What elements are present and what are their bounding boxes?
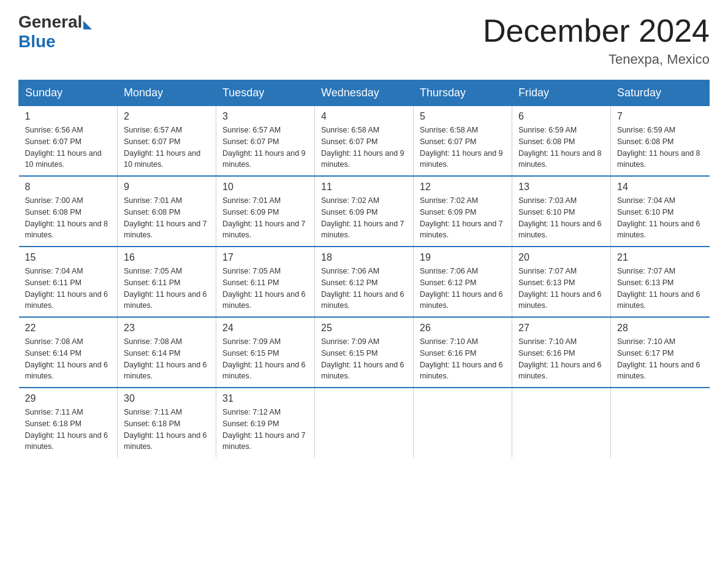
day-info: Sunrise: 7:04 AMSunset: 6:11 PMDaylight:…: [25, 267, 108, 310]
day-info: Sunrise: 7:09 AMSunset: 6:15 PMDaylight:…: [222, 337, 306, 380]
day-number: 4: [321, 111, 407, 122]
calendar-day-cell: [512, 388, 611, 458]
day-number: 17: [222, 252, 308, 263]
day-number: 12: [420, 182, 506, 193]
calendar-day-cell: 6 Sunrise: 6:59 AMSunset: 6:08 PMDayligh…: [512, 106, 611, 177]
calendar-day-cell: 23 Sunrise: 7:08 AMSunset: 6:14 PMDaylig…: [118, 317, 216, 388]
day-number: 11: [321, 182, 407, 193]
calendar-day-cell: 16 Sunrise: 7:05 AMSunset: 6:11 PMDaylig…: [118, 247, 216, 317]
day-info: Sunrise: 7:07 AMSunset: 6:13 PMDaylight:…: [518, 267, 602, 310]
calendar-day-cell: 24 Sunrise: 7:09 AMSunset: 6:15 PMDaylig…: [216, 317, 315, 388]
day-number: 7: [617, 111, 703, 122]
day-info: Sunrise: 6:57 AMSunset: 6:07 PMDaylight:…: [124, 126, 200, 169]
day-info: Sunrise: 7:12 AMSunset: 6:19 PMDaylight:…: [222, 408, 306, 451]
day-number: 21: [617, 252, 703, 263]
calendar-table: Sunday Monday Tuesday Wednesday Thursday…: [18, 80, 710, 458]
header-thursday: Thursday: [414, 80, 512, 106]
day-number: 24: [222, 323, 308, 334]
day-info: Sunrise: 7:09 AMSunset: 6:15 PMDaylight:…: [321, 337, 404, 380]
calendar-day-cell: 2 Sunrise: 6:57 AMSunset: 6:07 PMDayligh…: [118, 106, 216, 177]
calendar-day-cell: 25 Sunrise: 7:09 AMSunset: 6:15 PMDaylig…: [315, 317, 414, 388]
title-section: December 2024 Tenexpa, Mexico: [483, 12, 710, 67]
header-friday: Friday: [512, 80, 611, 106]
calendar-day-cell: 18 Sunrise: 7:06 AMSunset: 6:12 PMDaylig…: [315, 247, 414, 317]
header-tuesday: Tuesday: [216, 80, 315, 106]
calendar-day-cell: 1 Sunrise: 6:56 AMSunset: 6:07 PMDayligh…: [19, 106, 118, 177]
header-saturday: Saturday: [611, 80, 710, 106]
day-number: 30: [124, 393, 210, 404]
calendar-week-row: 1 Sunrise: 6:56 AMSunset: 6:07 PMDayligh…: [19, 106, 710, 177]
day-number: 16: [124, 252, 210, 263]
day-number: 9: [124, 182, 210, 193]
day-number: 10: [222, 182, 308, 193]
day-number: 8: [25, 182, 112, 193]
day-number: 27: [518, 323, 604, 334]
calendar-day-cell: 8 Sunrise: 7:00 AMSunset: 6:08 PMDayligh…: [19, 176, 118, 247]
day-number: 13: [518, 182, 604, 193]
day-info: Sunrise: 7:07 AMSunset: 6:13 PMDaylight:…: [617, 267, 700, 310]
day-number: 1: [25, 111, 112, 122]
page-header: General Blue December 2024 Tenexpa, Mexi…: [18, 12, 710, 67]
day-info: Sunrise: 7:11 AMSunset: 6:18 PMDaylight:…: [124, 408, 207, 451]
day-info: Sunrise: 7:02 AMSunset: 6:09 PMDaylight:…: [420, 196, 503, 239]
calendar-day-cell: [611, 388, 710, 458]
calendar-day-cell: 22 Sunrise: 7:08 AMSunset: 6:14 PMDaylig…: [19, 317, 118, 388]
day-info: Sunrise: 7:05 AMSunset: 6:11 PMDaylight:…: [124, 267, 207, 310]
day-number: 28: [617, 323, 703, 334]
logo: General Blue: [18, 12, 93, 52]
calendar-day-cell: 7 Sunrise: 6:59 AMSunset: 6:08 PMDayligh…: [611, 106, 710, 177]
header-monday: Monday: [118, 80, 216, 106]
day-info: Sunrise: 7:04 AMSunset: 6:10 PMDaylight:…: [617, 196, 700, 239]
calendar-day-cell: 15 Sunrise: 7:04 AMSunset: 6:11 PMDaylig…: [19, 247, 118, 317]
day-info: Sunrise: 7:00 AMSunset: 6:08 PMDaylight:…: [25, 196, 108, 239]
calendar-day-cell: 17 Sunrise: 7:05 AMSunset: 6:11 PMDaylig…: [216, 247, 315, 317]
calendar-day-cell: 19 Sunrise: 7:06 AMSunset: 6:12 PMDaylig…: [414, 247, 512, 317]
location-subtitle: Tenexpa, Mexico: [483, 52, 710, 67]
calendar-day-cell: 11 Sunrise: 7:02 AMSunset: 6:09 PMDaylig…: [315, 176, 414, 247]
day-info: Sunrise: 7:10 AMSunset: 6:16 PMDaylight:…: [518, 337, 602, 380]
day-info: Sunrise: 7:06 AMSunset: 6:12 PMDaylight:…: [420, 267, 503, 310]
day-info: Sunrise: 7:10 AMSunset: 6:17 PMDaylight:…: [617, 337, 700, 380]
day-number: 26: [420, 323, 506, 334]
calendar-day-cell: 9 Sunrise: 7:01 AMSunset: 6:08 PMDayligh…: [118, 176, 216, 247]
day-info: Sunrise: 7:10 AMSunset: 6:16 PMDaylight:…: [420, 337, 503, 380]
day-number: 19: [420, 252, 506, 263]
day-info: Sunrise: 7:05 AMSunset: 6:11 PMDaylight:…: [222, 267, 306, 310]
calendar-day-cell: [414, 388, 512, 458]
header-wednesday: Wednesday: [315, 80, 414, 106]
day-info: Sunrise: 7:08 AMSunset: 6:14 PMDaylight:…: [25, 337, 108, 380]
day-info: Sunrise: 7:06 AMSunset: 6:12 PMDaylight:…: [321, 267, 404, 310]
day-info: Sunrise: 6:58 AMSunset: 6:07 PMDaylight:…: [420, 126, 503, 169]
calendar-day-cell: 31 Sunrise: 7:12 AMSunset: 6:19 PMDaylig…: [216, 388, 315, 458]
calendar-week-row: 15 Sunrise: 7:04 AMSunset: 6:11 PMDaylig…: [19, 247, 710, 317]
day-number: 14: [617, 182, 703, 193]
day-info: Sunrise: 6:56 AMSunset: 6:07 PMDaylight:…: [25, 126, 102, 169]
day-info: Sunrise: 7:02 AMSunset: 6:09 PMDaylight:…: [321, 196, 404, 239]
calendar-week-row: 29 Sunrise: 7:11 AMSunset: 6:18 PMDaylig…: [19, 388, 710, 458]
logo-blue-text: Blue: [18, 32, 56, 52]
logo-general-text: General: [18, 12, 82, 32]
calendar-day-cell: 13 Sunrise: 7:03 AMSunset: 6:10 PMDaylig…: [512, 176, 611, 247]
calendar-day-cell: 30 Sunrise: 7:11 AMSunset: 6:18 PMDaylig…: [118, 388, 216, 458]
header-sunday: Sunday: [19, 80, 118, 106]
calendar-day-cell: 5 Sunrise: 6:58 AMSunset: 6:07 PMDayligh…: [414, 106, 512, 177]
calendar-day-cell: [315, 388, 414, 458]
calendar-day-cell: 12 Sunrise: 7:02 AMSunset: 6:09 PMDaylig…: [414, 176, 512, 247]
day-number: 25: [321, 323, 407, 334]
calendar-week-row: 8 Sunrise: 7:00 AMSunset: 6:08 PMDayligh…: [19, 176, 710, 247]
day-number: 31: [222, 393, 308, 404]
calendar-day-cell: 14 Sunrise: 7:04 AMSunset: 6:10 PMDaylig…: [611, 176, 710, 247]
day-info: Sunrise: 7:01 AMSunset: 6:08 PMDaylight:…: [124, 196, 207, 239]
day-number: 5: [420, 111, 506, 122]
calendar-day-cell: 29 Sunrise: 7:11 AMSunset: 6:18 PMDaylig…: [19, 388, 118, 458]
calendar-day-cell: 10 Sunrise: 7:01 AMSunset: 6:09 PMDaylig…: [216, 176, 315, 247]
day-info: Sunrise: 6:57 AMSunset: 6:07 PMDaylight:…: [222, 126, 306, 169]
calendar-header-row: Sunday Monday Tuesday Wednesday Thursday…: [19, 80, 710, 106]
day-info: Sunrise: 7:11 AMSunset: 6:18 PMDaylight:…: [25, 408, 108, 451]
calendar-day-cell: 20 Sunrise: 7:07 AMSunset: 6:13 PMDaylig…: [512, 247, 611, 317]
day-number: 6: [518, 111, 604, 122]
day-number: 18: [321, 252, 407, 263]
day-info: Sunrise: 6:59 AMSunset: 6:08 PMDaylight:…: [617, 126, 700, 169]
calendar-day-cell: 4 Sunrise: 6:58 AMSunset: 6:07 PMDayligh…: [315, 106, 414, 177]
day-number: 22: [25, 323, 112, 334]
